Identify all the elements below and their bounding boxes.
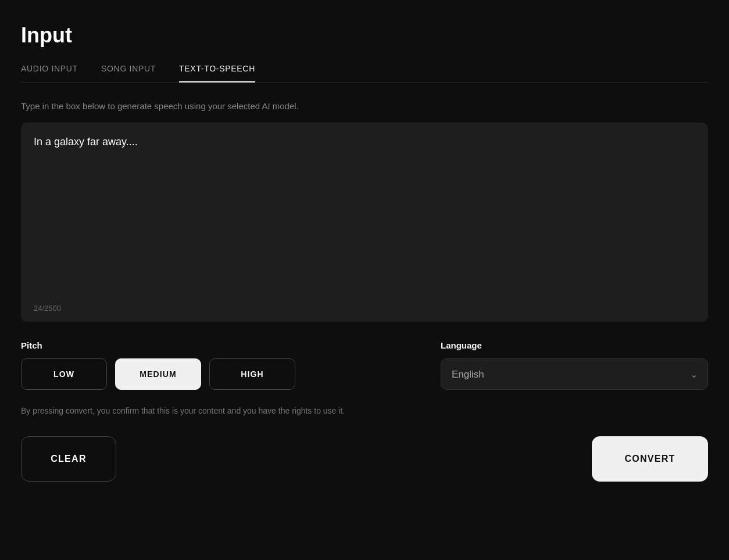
actions-row: CLEAR CONVERT [21,436,708,482]
pitch-label: Pitch [21,340,295,350]
text-input-container: In a galaxy far away.... 24/2500 [21,123,708,322]
tab-text-to-speech[interactable]: TEXT-TO-SPEECH [179,64,255,82]
pitch-medium-button[interactable]: MEDIUM [115,358,201,390]
language-select-wrapper: English Spanish French German Japanese C… [441,358,708,390]
pitch-high-button[interactable]: HIGH [209,358,295,390]
page-title: Input [21,23,708,48]
tabs-container: AUDIO INPUT SONG INPUT TEXT-TO-SPEECH [21,64,708,82]
disclaimer-text: By pressing convert, you confirm that th… [21,406,708,415]
tab-audio-input[interactable]: AUDIO INPUT [21,64,78,82]
controls-row: Pitch LOW MEDIUM HIGH Language English S… [21,340,708,390]
tab-song-input[interactable]: SONG INPUT [101,64,156,82]
pitch-low-button[interactable]: LOW [21,358,107,390]
convert-button[interactable]: CONVERT [592,436,708,482]
pitch-section: Pitch LOW MEDIUM HIGH [21,340,295,390]
speech-text-input[interactable]: In a galaxy far away.... [34,134,695,297]
char-count: 24/2500 [34,304,695,313]
language-select[interactable]: English Spanish French German Japanese C… [441,358,708,390]
language-section: Language English Spanish French German J… [441,340,708,390]
clear-button[interactable]: CLEAR [21,436,116,482]
language-label: Language [441,340,708,350]
description-text: Type in the box below to generate speech… [21,101,708,111]
pitch-buttons: LOW MEDIUM HIGH [21,358,295,390]
